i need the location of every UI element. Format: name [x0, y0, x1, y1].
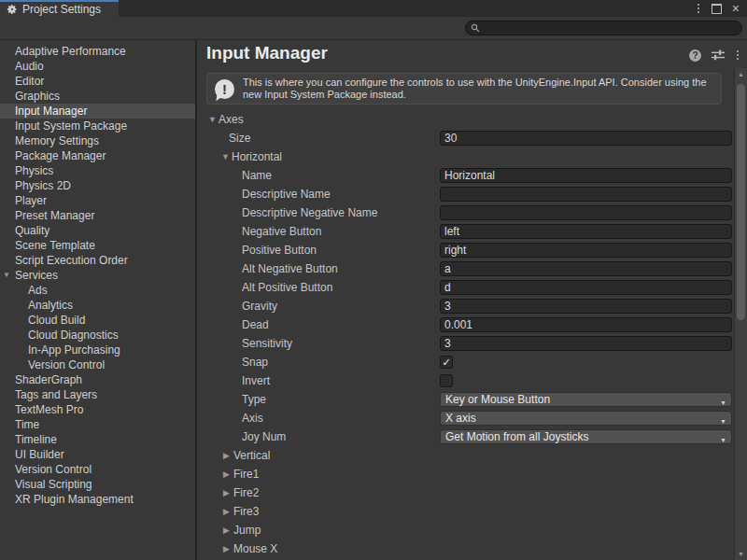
checkbox-invert[interactable]	[440, 374, 453, 387]
inspector-row-invert: Invert	[197, 371, 734, 390]
scroll-up-icon[interactable]: ▲	[735, 71, 747, 77]
sidebar-item-label: Cloud Build	[28, 314, 85, 327]
search-bar[interactable]	[465, 21, 742, 35]
sidebar-item-tags-and-layers[interactable]: Tags and Layers	[0, 387, 195, 402]
text-input-dead[interactable]: 0.001	[440, 317, 732, 332]
scrollbar-thumb[interactable]	[737, 84, 745, 320]
field-label: Size	[229, 132, 250, 145]
text-input-size[interactable]: 30	[440, 131, 732, 146]
sidebar-item-script-execution-order[interactable]: Script Execution Order	[0, 253, 195, 268]
sidebar-item-analytics[interactable]: Analytics	[0, 298, 195, 313]
foldout-label[interactable]: Fire1	[233, 468, 259, 481]
sidebar-item-cloud-build[interactable]: Cloud Build	[0, 313, 195, 328]
sidebar-item-in-app-purchasing[interactable]: In-App Purchasing	[0, 343, 195, 357]
foldout-arrow-icon[interactable]: ▶	[223, 525, 233, 535]
row-label-area: Invert	[242, 371, 270, 390]
sidebar-item-input-system-package[interactable]: Input System Package	[0, 119, 195, 133]
search-input[interactable]	[484, 22, 738, 34]
foldout-arrow-icon[interactable]: ▼	[208, 115, 218, 124]
text-input-negative-button[interactable]: left	[440, 224, 732, 239]
foldout-label[interactable]: Vertical	[233, 449, 270, 462]
row-label-area: Alt Negative Button	[242, 259, 338, 278]
maximize-button[interactable]	[712, 4, 722, 14]
sidebar-item-player[interactable]: Player	[0, 193, 195, 208]
sidebar-item-ads[interactable]: Ads	[0, 283, 195, 298]
sidebar-item-physics[interactable]: Physics	[0, 163, 195, 178]
foldout-label[interactable]: Horizontal	[232, 150, 282, 163]
inspector-row-jump: ▶Jump	[197, 521, 734, 539]
text-input-value: left	[444, 225, 459, 238]
checkbox-snap[interactable]: ✓	[440, 356, 453, 369]
window-menu-icon[interactable]	[696, 2, 701, 15]
text-input-alt-negative-button[interactable]: a	[440, 261, 732, 276]
sidebar-list: Adaptive PerformanceAudioEditorGraphicsI…	[0, 44, 195, 507]
sidebar-item-cloud-diagnostics[interactable]: Cloud Diagnostics	[0, 328, 195, 343]
window-titlebar: Project Settings ×	[0, 0, 747, 17]
sidebar-item-version-control[interactable]: Version Control	[0, 462, 195, 477]
foldout-arrow-icon[interactable]: ▶	[223, 507, 233, 516]
foldout-arrow-icon[interactable]: ▼	[3, 268, 10, 283]
more-options-icon[interactable]	[735, 49, 740, 62]
row-label-area: ▶Mouse X	[223, 539, 277, 558]
sidebar-item-adaptive-performance[interactable]: Adaptive Performance	[0, 44, 195, 59]
presets-icon[interactable]	[712, 49, 725, 61]
foldout-arrow-icon[interactable]: ▶	[223, 469, 233, 479]
text-input-descriptive-negative-name[interactable]	[440, 205, 732, 220]
sidebar-item-timeline[interactable]: Timeline	[0, 432, 195, 447]
sidebar-item-graphics[interactable]: Graphics	[0, 89, 195, 104]
foldout-arrow-icon[interactable]: ▶	[223, 488, 233, 497]
checkmark-icon: ✓	[441, 357, 452, 368]
sidebar-item-audio[interactable]: Audio	[0, 59, 195, 74]
sidebar-item-label: Memory Settings	[15, 134, 99, 147]
row-label-area: ▶Fire2	[223, 483, 259, 502]
dropdown-type[interactable]: Key or Mouse Button▼	[440, 392, 732, 407]
sidebar-item-time[interactable]: Time	[0, 417, 195, 432]
sidebar-item-scene-template[interactable]: Scene Template	[0, 238, 195, 253]
text-input-name[interactable]: Horizontal	[440, 168, 732, 183]
help-icon[interactable]: ?	[689, 49, 701, 62]
vertical-scrollbar[interactable]: ▲ ▼	[734, 68, 747, 560]
text-input-positive-button[interactable]: right	[440, 243, 732, 258]
sidebar-item-textmesh-pro[interactable]: TextMesh Pro	[0, 402, 195, 417]
foldout-arrow-icon[interactable]: ▶	[223, 451, 233, 460]
sidebar-item-preset-manager[interactable]: Preset Manager	[0, 208, 195, 223]
sidebar-item-label: Preset Manager	[15, 209, 94, 222]
sidebar-item-quality[interactable]: Quality	[0, 223, 195, 238]
scroll-down-icon[interactable]: ▼	[735, 551, 747, 557]
foldout-label[interactable]: Fire2	[233, 486, 259, 499]
sidebar-item-ui-builder[interactable]: UI Builder	[0, 447, 195, 462]
dropdown-joy-num[interactable]: Get Motion from all Joysticks▼	[440, 429, 732, 444]
text-input-sensitivity[interactable]: 3	[440, 336, 732, 351]
sidebar-item-visual-scripting[interactable]: Visual Scripting	[0, 477, 195, 492]
row-label-area: Negative Button	[242, 222, 321, 241]
foldout-label[interactable]: Axes	[218, 113, 244, 126]
tab-project-settings[interactable]: Project Settings	[0, 0, 119, 17]
sidebar-item-editor[interactable]: Editor	[0, 74, 195, 89]
foldout-label[interactable]: Jump	[233, 524, 261, 537]
foldout-label[interactable]: Mouse X	[233, 542, 277, 555]
field-label: Name	[242, 169, 272, 182]
dropdown-axis[interactable]: X axis▼	[440, 411, 732, 426]
close-button[interactable]: ×	[732, 2, 740, 15]
text-input-alt-positive-button[interactable]: d	[440, 280, 732, 295]
foldout-label[interactable]: Fire3	[233, 505, 259, 518]
field-label: Negative Button	[242, 225, 321, 238]
foldout-arrow-icon[interactable]: ▶	[223, 544, 233, 553]
sidebar-item-shadergraph[interactable]: ShaderGraph	[0, 372, 195, 387]
sidebar-item-version-control[interactable]: Version Control	[0, 357, 195, 372]
sidebar-item-xr-plugin-management[interactable]: XR Plugin Management	[0, 492, 195, 507]
tab-title: Project Settings	[22, 3, 101, 16]
sidebar-item-physics-2d[interactable]: Physics 2D	[0, 178, 195, 193]
text-input-gravity[interactable]: 3	[440, 299, 732, 314]
foldout-arrow-icon[interactable]: ▼	[221, 152, 232, 161]
sidebar-item-memory-settings[interactable]: Memory Settings	[0, 133, 195, 148]
sidebar-item-package-manager[interactable]: Package Manager	[0, 148, 195, 163]
field-label: Dead	[242, 318, 269, 331]
sidebar-item-label: Time	[15, 418, 39, 431]
inspector-row-dead: Dead0.001	[197, 315, 734, 334]
sidebar-item-input-manager[interactable]: Input Manager	[0, 104, 195, 119]
text-input-descriptive-name[interactable]	[440, 187, 732, 202]
sidebar-item-services[interactable]: ▼Services	[0, 268, 195, 283]
dropdown-arrow-icon: ▼	[720, 434, 726, 444]
dropdown-arrow-icon: ▼	[720, 397, 726, 407]
